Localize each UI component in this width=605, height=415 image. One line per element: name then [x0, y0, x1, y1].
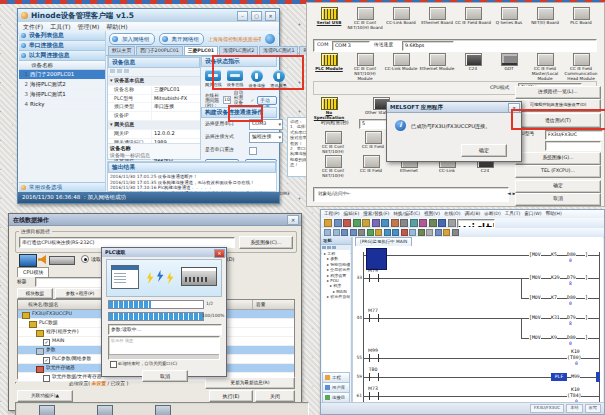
dialog-close-button[interactable]: ✕ — [508, 103, 520, 113]
nav-tool-icon[interactable] — [322, 246, 326, 249]
communication-test-button[interactable]: 通信测试(T) — [515, 113, 601, 128]
refresh-button[interactable]: 更新为最新信息(R) — [205, 377, 295, 389]
module-option-cc-ie-cont-net-10-h-module[interactable]: CC IE Cont NET/10(H) Module — [347, 53, 383, 81]
toolbar-icon[interactable] — [343, 219, 351, 227]
sort-icon[interactable] — [110, 69, 115, 73]
cancel-button[interactable]: 取消 — [515, 193, 601, 206]
edit-cursor[interactable] — [366, 248, 387, 270]
minimize-button[interactable]: – — [237, 11, 248, 21]
system-image-button[interactable]: 系统图像(G)... — [515, 152, 601, 165]
toolbar-icon[interactable] — [372, 219, 380, 227]
module-option-c24[interactable]: C24 — [455, 53, 491, 72]
instruction-opcode[interactable]: [MOV — [529, 295, 541, 300]
module-option-cc-ie-field-master-local-module[interactable]: CC IE Field Master/Local Module — [527, 53, 563, 81]
toolbar-icon[interactable] — [438, 219, 446, 227]
cancel-button[interactable]: 取消 — [142, 370, 188, 382]
join-network-button[interactable]: 加入网络组 — [109, 33, 155, 45]
related-functions-button[interactable]: 关联功能(F)▲ — [17, 390, 73, 402]
device-row[interactable]: 4Ricky — [19, 100, 105, 110]
reconnect-checkbox[interactable] — [249, 147, 257, 155]
toolbar-icon[interactable] — [362, 219, 370, 227]
toolbar-icon[interactable] — [429, 219, 437, 227]
ladder-canvas[interactable]: [MOVK5D80]033M79[MOVK29D79]8[MOVK7D80]04… — [353, 246, 603, 405]
toolbar-icon[interactable] — [381, 219, 389, 227]
toolbar-icon[interactable] — [409, 229, 416, 236]
dialog-ok-button[interactable]: 确定 — [461, 144, 507, 157]
module-option-cc-ie-field-communication-head-module[interactable]: CC IE Field Communication Head Module — [563, 53, 599, 81]
close-button[interactable]: ✕ — [287, 215, 299, 225]
dialog-close-button[interactable]: ✕ — [214, 249, 225, 258]
interval-input[interactable]: 10 — [223, 96, 231, 104]
document-tab[interactable]: [PRG]监视执行中 MAIN — [355, 237, 412, 246]
property-row[interactable]: 接口类型串口连接 — [108, 103, 200, 112]
module-option-cc-ie-cont-net-10-h-[interactable]: CC IE Cont NET/10(H) — [315, 155, 351, 179]
contact-symbol[interactable] — [369, 274, 379, 282]
module-option-serial-usb[interactable]: Serial USB — [311, 7, 347, 26]
com-port-field[interactable]: COM 3 — [332, 41, 370, 51]
property-group-row[interactable]: ▾ 设备基本信息 — [108, 77, 200, 86]
instruction-opcode[interactable]: [MOV — [529, 275, 541, 280]
project-tree-item[interactable]: ▸ 全局软元件注释 — [323, 267, 349, 272]
property-row[interactable]: PLC型号Mitsubishi-FX — [108, 95, 200, 104]
nav-tool-icon[interactable] — [327, 246, 331, 249]
module-option-plc-board[interactable]: PLC Board — [563, 7, 599, 26]
toolbar-icon[interactable] — [443, 229, 450, 236]
property-row[interactable]: 设备IP — [108, 112, 200, 121]
module-option-cc-ie-field-board[interactable]: CC IE Field Board — [455, 7, 491, 26]
contact-symbol[interactable] — [369, 392, 379, 400]
module-option-cc-ie-cont-net-10-h-board[interactable]: CC IE Cont NET/10(H) Board — [347, 7, 383, 31]
instruction-opcode[interactable]: [MOV — [529, 335, 541, 340]
property-row[interactable]: 网关IP12.0.0.2 — [108, 130, 200, 139]
pulse-instruction[interactable]: PLF — [551, 373, 567, 381]
manual-check-button[interactable]: 手动检测设备在线 — [257, 96, 277, 105]
project-tree[interactable]: ▸ 工程▸ 参数▸ 智能功能模块▸ 全局软元件注释▸ 程序设置▸ POU▸ 程序… — [322, 250, 350, 373]
toolbar-icon[interactable] — [353, 219, 361, 227]
ladder-editor[interactable]: [PRG]监视执行中 MAIN [MOVK5D80]033M79[MOVK29D… — [352, 237, 603, 405]
device-tab[interactable]: 海得PLC测试2 — [219, 46, 258, 55]
toolbar-icon[interactable] — [452, 229, 459, 236]
device-tab[interactable]: 西门子200PLC01 — [136, 46, 183, 55]
leave-network-button[interactable]: 离开网络组 — [159, 33, 205, 45]
list-icon[interactable] — [124, 69, 129, 73]
system-image-button[interactable]: 系统图像(C)... — [239, 236, 293, 249]
related-icon-2[interactable]: 时钟设置 — [80, 405, 130, 415]
execute-button[interactable]: 执行(E) — [209, 390, 253, 402]
coil-symbol[interactable]: (T84) — [567, 393, 581, 398]
toolbar-icon[interactable] — [341, 229, 348, 236]
sidebar-panel-header[interactable]: 串口连接信息 — [19, 41, 105, 51]
sidebar-bottom-panel[interactable]: 常用设备选项 — [19, 182, 105, 192]
toolbar-icon[interactable] — [375, 229, 382, 236]
toolbar-icon[interactable] — [410, 219, 418, 227]
tree-checkbox[interactable]: ✓ — [43, 339, 50, 346]
module-option-net-ii-board[interactable]: NET(II) Board — [527, 7, 563, 26]
tree-checkbox[interactable] — [43, 375, 50, 382]
module-option-ethernet-board[interactable]: Ethernet Board — [419, 7, 455, 26]
tab-cpu-module[interactable]: CPU模块 — [17, 267, 49, 277]
project-tree-item[interactable]: ▸ 软元件存储器 — [323, 294, 349, 299]
coil-symbol[interactable]: (T80) — [567, 355, 581, 360]
module-option-q-series-bus[interactable]: Q Series Bus — [491, 7, 527, 26]
contact-symbol[interactable] — [369, 373, 379, 381]
category-icon[interactable] — [117, 69, 122, 73]
device-tab[interactable]: 海得PLC测试1 — [259, 46, 298, 55]
nav-tool-icon[interactable] — [332, 246, 336, 249]
toolbar-icon[interactable] — [392, 229, 399, 236]
baud-field[interactable]: 9.6Kbps — [402, 41, 454, 51]
toolbar-icon[interactable] — [401, 229, 408, 236]
device-row[interactable]: 3海得PLC测试1 — [19, 90, 105, 100]
device-row[interactable]: 2海得PLC测试2 — [19, 80, 105, 90]
property-row[interactable]: 设备名称三菱PLC01 — [108, 86, 200, 95]
device-row[interactable]: 1西门子200PLC01 — [19, 70, 105, 80]
toolbar-icon[interactable] — [324, 219, 332, 227]
instruction-opcode[interactable]: [MOV — [529, 252, 541, 257]
module-option-cc-ie-cont-net-10-h-[interactable]: CC IE Cont NET/10(H) — [315, 131, 351, 155]
module-option-cc-ie-field[interactable]: CC IE Field — [353, 155, 389, 174]
port-combo[interactable]: COM3 — [249, 119, 283, 130]
device-tab[interactable]: 三菱PLC01 — [184, 46, 218, 55]
contact-symbol[interactable] — [369, 354, 379, 362]
toolbar-icon[interactable] — [418, 229, 425, 236]
toolbar-icon[interactable] — [391, 219, 399, 227]
module-data-button[interactable]: 模块数据 — [17, 288, 53, 299]
sidebar-panel-header[interactable]: 设备列表信息 — [19, 31, 105, 41]
toolbar-combo[interactable]: width:36px;height:7px;display:inline-blo… — [457, 219, 495, 228]
